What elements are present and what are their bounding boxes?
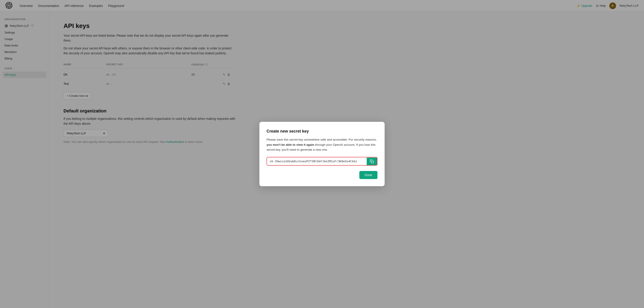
modal-overlay[interactable]: Create new secret key Please save this s… <box>0 0 644 308</box>
modal-description: Please save this secret key somewhere sa… <box>266 137 378 153</box>
api-key-input[interactable] <box>267 157 367 165</box>
api-key-field-wrapper <box>266 157 378 166</box>
done-button[interactable]: Done <box>359 171 378 179</box>
modal: Create new secret key Please save this s… <box>260 122 384 186</box>
modal-title: Create new secret key <box>266 129 378 134</box>
svg-rect-1 <box>372 161 374 163</box>
copy-key-button[interactable] <box>367 158 377 165</box>
modal-actions: Done <box>266 171 378 179</box>
